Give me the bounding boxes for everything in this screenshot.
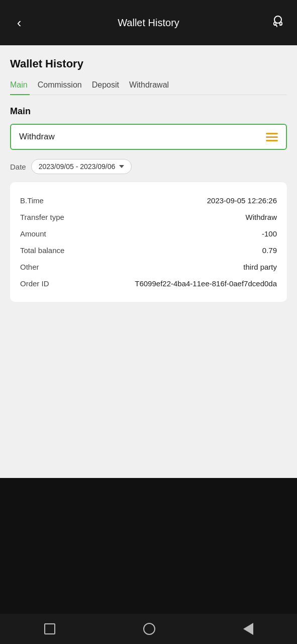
- page-title: Wallet History: [10, 57, 287, 70]
- section-title: Main: [10, 106, 287, 117]
- table-row: Transfer type Withdraw: [20, 209, 277, 225]
- table-row: Order ID T6099ef22-4ba4-11ee-816f-0aef7d…: [20, 275, 277, 292]
- square-button[interactable]: [44, 623, 55, 634]
- row-label-other: Other: [20, 263, 39, 271]
- triangle-icon: [243, 623, 253, 635]
- bottom-black-area: [0, 478, 297, 614]
- date-row: Date 2023/09/05 - 2023/09/06: [10, 159, 287, 174]
- nav-title: Wallet History: [28, 17, 269, 29]
- home-button[interactable]: [143, 623, 155, 635]
- row-label-btime: B.Time: [20, 196, 44, 205]
- back-button[interactable]: ‹: [10, 15, 28, 31]
- row-label-order-id: Order ID: [20, 279, 49, 288]
- table-row: Total balance 0.79: [20, 242, 277, 259]
- tab-bar: Main Commission Deposit Withdrawal: [10, 77, 287, 95]
- chevron-down-icon: [119, 165, 124, 168]
- table-row: B.Time 2023-09-05 12:26:26: [20, 192, 277, 209]
- tab-commission[interactable]: Commission: [38, 77, 92, 95]
- android-nav-bar: [0, 614, 297, 644]
- row-value-other: third party: [243, 263, 277, 271]
- row-value-amount: -100: [262, 229, 277, 238]
- date-range-value: 2023/09/05 - 2023/09/06: [39, 163, 116, 171]
- tab-main[interactable]: Main: [10, 77, 38, 95]
- tab-deposit[interactable]: Deposit: [92, 77, 129, 95]
- row-value-total-balance: 0.79: [262, 246, 277, 255]
- type-selector-dropdown[interactable]: Withdraw: [10, 124, 287, 150]
- date-label: Date: [10, 163, 26, 171]
- hamburger-icon: [266, 133, 278, 141]
- date-range-picker[interactable]: 2023/09/05 - 2023/09/06: [31, 159, 132, 174]
- row-value-transfer-type: Withdraw: [245, 213, 277, 221]
- row-value-order-id: T6099ef22-4ba4-11ee-816f-0aef7dced0da: [135, 279, 277, 288]
- transaction-card: B.Time 2023-09-05 12:26:26 Transfer type…: [10, 182, 287, 302]
- content-area: Wallet History Main Commission Deposit W…: [0, 45, 297, 478]
- circle-icon: [143, 623, 155, 635]
- back-nav-button[interactable]: [243, 623, 253, 635]
- row-label-transfer-type: Transfer type: [20, 213, 64, 221]
- row-value-btime: 2023-09-05 12:26:26: [207, 196, 277, 205]
- type-selector-label: Withdraw: [19, 132, 55, 142]
- table-row: Other third party: [20, 259, 277, 275]
- headset-icon[interactable]: [269, 14, 287, 31]
- top-nav-bar: ‹ Wallet History: [0, 0, 297, 45]
- square-icon: [44, 623, 55, 634]
- tab-withdrawal[interactable]: Withdrawal: [129, 77, 179, 95]
- table-row: Amount -100: [20, 225, 277, 242]
- row-label-total-balance: Total balance: [20, 246, 64, 255]
- row-label-amount: Amount: [20, 229, 46, 238]
